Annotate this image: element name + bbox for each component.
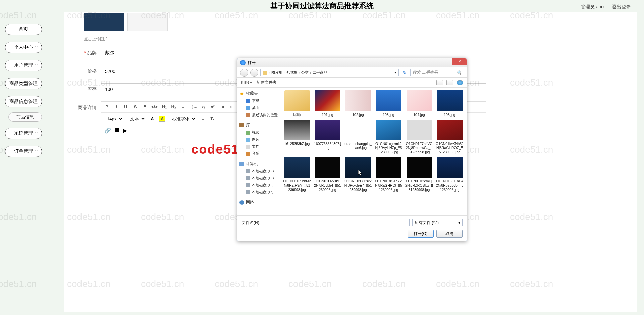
file-item[interactable]: O1CN01cgrrmk2Nj8RVyHNZp_!!51239998.jpg: [375, 120, 402, 154]
help-button[interactable]: [457, 80, 463, 85]
h2-button[interactable]: H₂: [171, 104, 176, 109]
view-button[interactable]: [436, 80, 443, 85]
breadcrumb[interactable]: ›图片集›充电桩›公交›二手商品›▾: [260, 69, 399, 76]
file-name: O1CN01rrS1nY2Nj8RaGHROt_!!51239998.jpg: [375, 179, 402, 192]
tree-header[interactable]: 计算机: [239, 160, 280, 168]
logout-link[interactable]: 退出登录: [612, 4, 631, 9]
superscript-button[interactable]: x²: [210, 104, 215, 109]
filename-input[interactable]: [263, 219, 410, 226]
tree-item[interactable]: 本地磁盘 (D:): [239, 175, 280, 182]
breadcrumb-item[interactable]: 公交: [301, 70, 309, 75]
stdfont-select[interactable]: 标准字体: [169, 115, 196, 122]
sidebar-item-4[interactable]: 商品信息管理: [5, 96, 42, 107]
preview-pane-button[interactable]: [446, 80, 453, 85]
link-button[interactable]: 🔗: [104, 127, 111, 134]
admin-label[interactable]: 管理员 abo: [581, 4, 604, 9]
sidebar-item-1[interactable]: 个人中心﹀: [5, 42, 42, 53]
font-color-button[interactable]: A: [150, 116, 155, 121]
breadcrumb-item[interactable]: 图片集: [271, 70, 282, 75]
file-item[interactable]: O1CN01F7h4VC2Nj8RbphwGz_!!51239998.jpg: [405, 120, 433, 154]
underline-button[interactable]: U: [123, 104, 128, 109]
subscript-button[interactable]: x₂: [201, 104, 206, 109]
tree-header[interactable]: 网络: [239, 198, 280, 206]
organize-button[interactable]: 组织 ▾: [241, 80, 252, 85]
tree-item[interactable]: 本地磁盘 (C:): [239, 168, 280, 175]
tree-item[interactable]: 桌面: [239, 104, 280, 111]
sidebar-item-3[interactable]: 商品类型管理: [5, 78, 42, 89]
highlight-button[interactable]: A: [159, 116, 165, 122]
cancel-button[interactable]: 取消: [436, 230, 463, 238]
sidebar-subitem-product-info[interactable]: 商品信息: [8, 112, 42, 122]
indent-button[interactable]: ⇥: [219, 104, 225, 109]
file-name: 16125353bZ.jpg: [284, 142, 310, 146]
brand-input[interactable]: [101, 47, 265, 59]
tree-item[interactable]: 音乐: [239, 150, 280, 157]
ic-vid-icon: [246, 131, 250, 135]
filetype-filter[interactable]: 所有文件 (*.*)▾: [412, 219, 463, 226]
tree-header[interactable]: 收藏夹: [239, 90, 280, 97]
chevron-down-icon[interactable]: ▾: [394, 70, 396, 75]
breadcrumb-item[interactable]: 二手商品: [313, 70, 327, 75]
align-button[interactable]: ≡: [200, 116, 206, 121]
sidebar-item-0[interactable]: 首页: [5, 24, 42, 35]
unordered-list-button[interactable]: ⋮≡: [190, 104, 197, 109]
file-thumb: [376, 120, 401, 140]
italic-button[interactable]: I: [114, 104, 119, 109]
outdent-button[interactable]: ⇤: [229, 104, 234, 109]
fontsize-select[interactable]: 14px: [104, 115, 123, 122]
h1-button[interactable]: H₁: [162, 104, 167, 109]
tree-item[interactable]: 本地磁盘 (E:): [239, 182, 280, 189]
file-item[interactable]: 103.jpg: [375, 90, 402, 117]
file-item[interactable]: 16125353bZ.jpg: [283, 120, 311, 154]
ordered-list-button[interactable]: ≡: [180, 104, 186, 109]
sidebar-item-5[interactable]: 系统管理﹀: [5, 128, 42, 139]
image-upload-slot[interactable]: [127, 13, 168, 31]
tree-header[interactable]: 库: [239, 121, 280, 129]
dialog-titlebar[interactable]: 打开 ✕: [237, 58, 467, 68]
file-item[interactable]: 1607768864307.jpg: [314, 120, 341, 154]
file-item[interactable]: 咖啡: [283, 90, 311, 117]
new-folder-button[interactable]: 新建文件夹: [257, 80, 277, 85]
image-thumb-1[interactable]: [84, 13, 124, 31]
tree-item[interactable]: 文档: [239, 143, 280, 150]
file-name: 咖啡: [293, 113, 301, 117]
file-item[interactable]: O1CN01V2cmCj2Nj8RZROSUz_!!51239998.jpg: [405, 157, 433, 192]
image-button[interactable]: 🖼: [114, 127, 120, 134]
code-button[interactable]: </>: [151, 104, 158, 109]
file-item[interactable]: O1CN01rrS1nY2Nj8RaGHROt_!!51239998.jpg: [375, 157, 402, 192]
file-item[interactable]: O1CN01iwKNh52Nj8RaGHROZ_!!51239998.jpg: [436, 120, 464, 154]
tree-item[interactable]: 图片: [239, 136, 280, 143]
file-item[interactable]: O1CN018QEnD42Nj8Rb2pp65_!!51239998.jpg: [436, 157, 464, 192]
file-item[interactable]: ershoushangpin_tupian6.jpg: [344, 120, 372, 154]
tree-item[interactable]: 视频: [239, 129, 280, 136]
file-item[interactable]: 104.jpg: [405, 90, 433, 117]
strike-button[interactable]: S: [132, 104, 138, 109]
file-item[interactable]: O1CN01OvkskG2Nj8Rcyblr4_!!51239998.jpg: [314, 157, 341, 192]
tree-item[interactable]: 最近访问的位置: [239, 111, 280, 119]
back-button[interactable]: [240, 69, 248, 77]
file-item[interactable]: 101.jpg: [314, 90, 341, 117]
text-select[interactable]: 文本: [127, 115, 146, 122]
tree-item[interactable]: 下载: [239, 97, 280, 104]
tree-item[interactable]: 本地磁盘 (F:): [239, 189, 280, 196]
file-item[interactable]: 105.jpg: [436, 90, 464, 117]
clear-format-button[interactable]: Tₓ: [210, 116, 215, 121]
video-button[interactable]: ▶: [123, 127, 127, 134]
forward-button[interactable]: [250, 69, 258, 77]
bold-button[interactable]: B: [104, 104, 110, 109]
refresh-button[interactable]: ↻: [401, 69, 408, 76]
search-input[interactable]: 搜索 二手商品🔍: [410, 69, 464, 76]
sidebar-item-6[interactable]: 订单管理﹀: [5, 146, 42, 157]
file-item[interactable]: O1CN01lC5nhM2Nj8RatH9jY_!!51239998.jpg: [283, 157, 311, 192]
close-button[interactable]: ✕: [452, 58, 467, 65]
open-button[interactable]: 打开(O): [408, 230, 434, 238]
chevron-down-icon: ▾: [458, 220, 460, 225]
sidebar-item-2[interactable]: 用户管理﹀: [5, 60, 42, 71]
quote-button[interactable]: ❝: [142, 104, 147, 109]
file-name: O1CN01cgrrmk2Nj8RVyHNZp_!!51239998.jpg: [375, 142, 402, 154]
breadcrumb-item[interactable]: 充电桩: [286, 70, 297, 75]
file-item[interactable]: 102.jpg: [344, 90, 372, 117]
file-name: 101.jpg: [322, 113, 333, 117]
app-title: 基于协同过滤算法商品推荐系统: [270, 1, 374, 11]
breadcrumb-sep-icon: ›: [284, 71, 285, 75]
